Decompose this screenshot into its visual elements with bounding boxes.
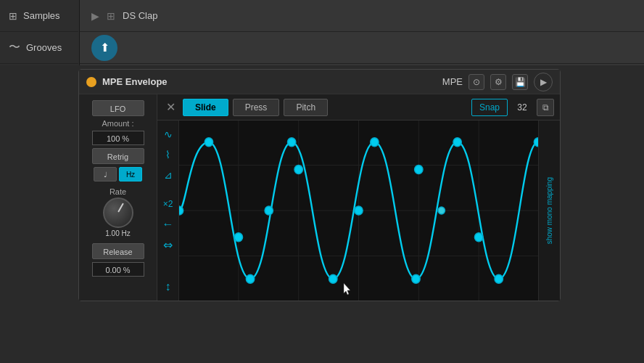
svg-point-17 bbox=[265, 206, 273, 215]
tab-pitch[interactable]: Pitch bbox=[284, 99, 328, 116]
mpe-save-btn[interactable]: 💾 bbox=[512, 74, 528, 90]
mpe-title: MPE Envelope bbox=[102, 76, 168, 87]
release-button[interactable]: Release bbox=[92, 243, 144, 259]
arrow-updown-icon[interactable]: ↕ bbox=[160, 279, 176, 295]
bg-right-panel bbox=[561, 65, 644, 363]
lfo-button[interactable]: LFO bbox=[92, 100, 144, 116]
svg-point-8 bbox=[205, 138, 212, 147]
top-bar: ▶ ⊞ DS Clap ⬆ ⊞ Samples 〜 Grooves bbox=[0, 0, 644, 65]
rate-knob[interactable] bbox=[103, 197, 133, 228]
ds-clap-label: DS Clap bbox=[123, 10, 157, 21]
upload-row: ⬆ bbox=[80, 32, 644, 64]
arrow-right-icon[interactable]: ⇔ bbox=[160, 237, 176, 253]
snap-button[interactable]: Snap bbox=[471, 99, 508, 116]
svg-point-22 bbox=[415, 166, 423, 174]
close-tab-icon[interactable]: ✕ bbox=[163, 100, 178, 114]
mono-mapping-label[interactable]: show mono mapping bbox=[545, 177, 553, 244]
samples-item[interactable]: ⊞ Samples bbox=[0, 0, 78, 32]
mono-mapping-panel[interactable]: show mono mapping bbox=[538, 121, 560, 301]
svg-point-9 bbox=[287, 138, 295, 147]
svg-point-15 bbox=[495, 274, 503, 283]
mpe-right-controls: MPE ⊙ ⚙ 💾 ▶ bbox=[442, 73, 553, 91]
mpe-label: MPE bbox=[442, 76, 463, 87]
mode-buttons: ♩ Hz bbox=[94, 167, 142, 182]
svg-point-11 bbox=[453, 138, 461, 147]
mpe-header: MPE Envelope MPE ⊙ ⚙ 💾 ▶ bbox=[79, 70, 560, 94]
clap-icon: ⊞ bbox=[107, 10, 115, 22]
top-right-panel: ▶ ⊞ DS Clap ⬆ bbox=[80, 0, 644, 65]
mpe-title-area: MPE Envelope bbox=[86, 76, 168, 87]
envelope-svg-container bbox=[179, 121, 538, 301]
svg-point-13 bbox=[329, 274, 337, 283]
svg-point-20 bbox=[234, 233, 242, 242]
release-value[interactable]: 0.00 % bbox=[92, 262, 144, 277]
svg-point-16 bbox=[179, 206, 183, 215]
side-icons: ∿ ⌇ ⊿ ×2 ← ⇔ ↕ bbox=[157, 121, 179, 301]
zigzag-icon[interactable]: ⌇ bbox=[160, 147, 176, 163]
envelope-area: ∿ ⌇ ⊿ ×2 ← ⇔ ↕ bbox=[157, 121, 560, 301]
multiply-icon: ×2 bbox=[160, 196, 176, 212]
snap-value: 32 bbox=[512, 102, 532, 113]
play-icon[interactable]: ▶ bbox=[91, 10, 99, 22]
svg-point-10 bbox=[371, 138, 379, 147]
main-area: ✕ Slide Press Pitch Snap 32 ⧉ ∿ ⌇ ⊿ ×2 ←… bbox=[157, 94, 560, 301]
samples-section: ⊞ Samples 〜 Grooves bbox=[0, 0, 78, 64]
upload-button[interactable]: ⬆ bbox=[91, 35, 117, 61]
svg-point-23 bbox=[474, 233, 482, 242]
amount-value[interactable]: 100 % bbox=[92, 131, 144, 145]
wave-icon: 〜 bbox=[9, 40, 20, 55]
grid-icon: ⊞ bbox=[9, 10, 17, 22]
envelope-svg bbox=[179, 121, 538, 301]
rate-label: Rate bbox=[110, 187, 126, 196]
mpe-play-btn[interactable]: ▶ bbox=[534, 73, 553, 91]
arrow-left-icon[interactable]: ← bbox=[160, 216, 176, 232]
tab-press[interactable]: Press bbox=[233, 99, 280, 116]
sawtooth-icon[interactable]: ⊿ bbox=[160, 167, 176, 183]
ds-clap-row: ▶ ⊞ DS Clap bbox=[80, 0, 644, 32]
mpe-settings-btn[interactable]: ⚙ bbox=[490, 74, 506, 90]
svg-point-18 bbox=[355, 206, 363, 215]
svg-point-19 bbox=[438, 207, 445, 214]
left-controls: LFO Amount : 100 % Retrig ♩ Hz Rate 1.00… bbox=[79, 94, 157, 301]
grooves-item[interactable]: 〜 Grooves bbox=[0, 32, 78, 64]
mpe-dot bbox=[86, 77, 96, 87]
retrig-button[interactable]: Retrig bbox=[92, 148, 144, 164]
mpe-record-btn[interactable]: ⊙ bbox=[468, 74, 484, 90]
svg-point-21 bbox=[294, 166, 302, 174]
svg-point-14 bbox=[412, 274, 420, 283]
grooves-label: Grooves bbox=[26, 42, 62, 53]
bg-left-panel bbox=[0, 65, 78, 363]
rate-knob-container: Rate 1.00 Hz bbox=[103, 187, 133, 237]
hz-btn[interactable]: Hz bbox=[119, 167, 142, 182]
copy-button[interactable]: ⧉ bbox=[537, 99, 554, 116]
sine-wave-icon[interactable]: ∿ bbox=[160, 126, 176, 142]
amount-label: Amount : bbox=[83, 119, 152, 128]
tab-slide[interactable]: Slide bbox=[183, 99, 228, 116]
note-btn[interactable]: ♩ bbox=[94, 167, 117, 182]
samples-label: Samples bbox=[23, 10, 60, 21]
tabs-row: ✕ Slide Press Pitch Snap 32 ⧉ bbox=[157, 94, 560, 121]
rate-value: 1.00 Hz bbox=[105, 229, 130, 237]
svg-point-12 bbox=[246, 274, 254, 283]
mpe-envelope-panel: MPE Envelope MPE ⊙ ⚙ 💾 ▶ LFO Amount : 10… bbox=[78, 69, 561, 301]
